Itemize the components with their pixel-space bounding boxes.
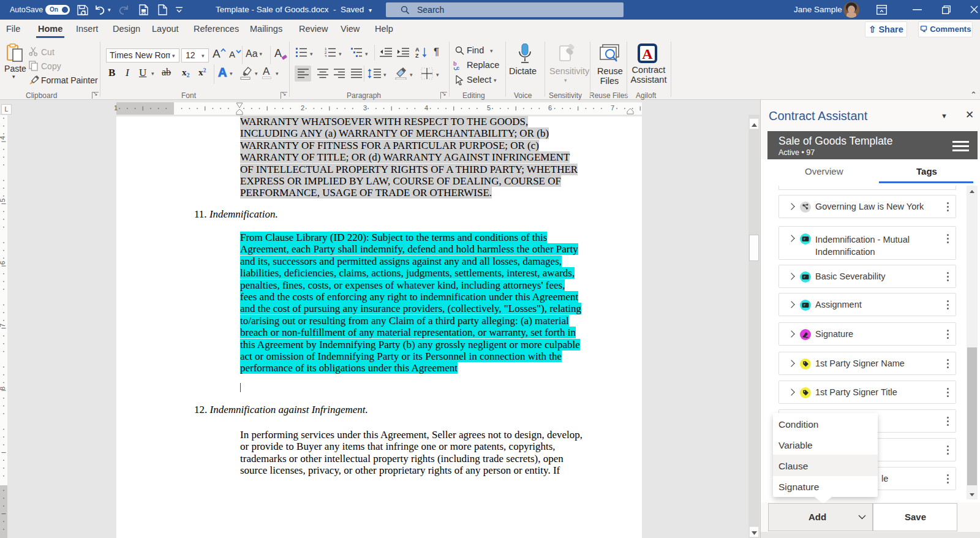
svg-text:3: 3 [325, 55, 327, 57]
svg-text:A: A [415, 47, 420, 53]
svg-text:Z: Z [415, 53, 419, 58]
svg-text:A: A [642, 46, 653, 62]
